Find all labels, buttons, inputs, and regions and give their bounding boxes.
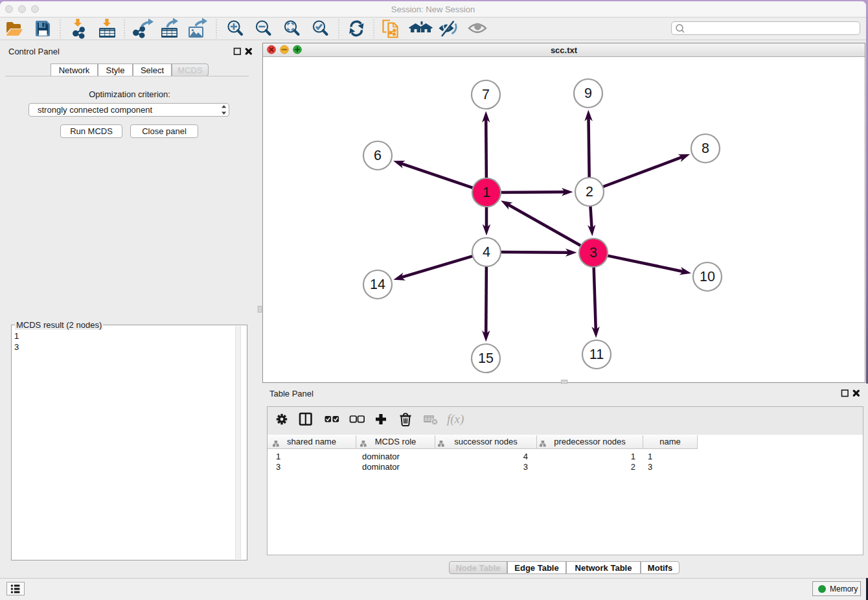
svg-text:9: 9 bbox=[584, 86, 592, 101]
svg-text:10: 10 bbox=[700, 269, 715, 284]
svg-text:7: 7 bbox=[482, 87, 490, 102]
svg-text:8: 8 bbox=[702, 141, 709, 156]
svg-text:3: 3 bbox=[589, 245, 597, 260]
svg-text:14: 14 bbox=[370, 277, 385, 292]
svg-text:6: 6 bbox=[374, 148, 382, 163]
svg-text:4: 4 bbox=[483, 244, 490, 260]
svg-text:1: 1 bbox=[483, 185, 490, 200]
svg-text:11: 11 bbox=[589, 347, 604, 362]
svg-text:15: 15 bbox=[478, 351, 494, 366]
svg-text:2: 2 bbox=[586, 184, 593, 200]
